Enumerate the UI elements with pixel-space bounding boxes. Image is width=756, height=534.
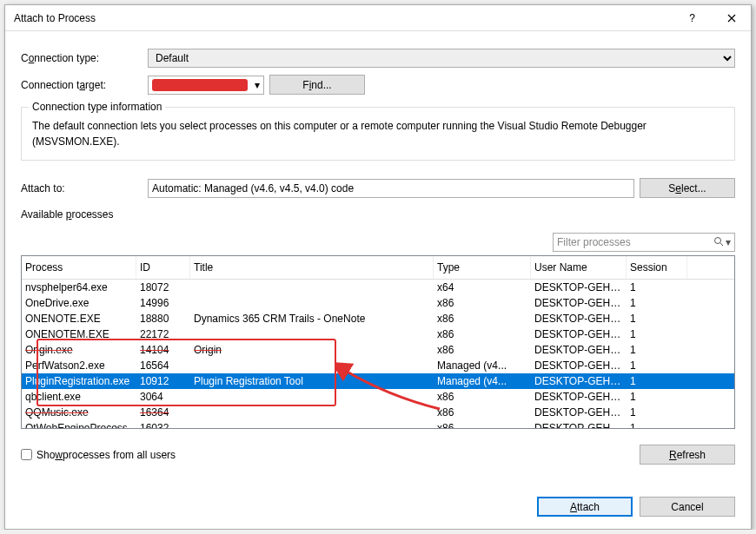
table-row[interactable]: OneDrive.exe14996x86DESKTOP-GEHKOM1...1 xyxy=(22,295,734,311)
cell-session: 1 xyxy=(627,375,687,387)
process-table: Process ID Title Type User Name Session … xyxy=(21,255,735,429)
cell-user: DESKTOP-GEHKOM1 xyxy=(531,422,627,429)
cell-user: DESKTOP-GEHKOM1... xyxy=(531,281,627,293)
connection-target-label: Connection target: xyxy=(21,79,143,91)
cell-process: ONENOTE.EXE xyxy=(22,313,136,325)
cell-type: x86 xyxy=(434,422,531,429)
table-row[interactable]: Origin.exe14104Originx86DESKTOP-GEHKOM1.… xyxy=(22,342,734,358)
cell-session: 1 xyxy=(627,313,687,325)
dialog-buttons: Attach Cancel xyxy=(21,481,735,517)
cell-type: x86 xyxy=(434,344,531,356)
cell-process: qbclient.exe xyxy=(22,391,136,403)
cell-process: PerfWatson2.exe xyxy=(22,359,136,372)
filter-processes-box[interactable]: ▾ xyxy=(553,233,735,252)
connection-type-info-text: The default connection lets you select p… xyxy=(32,118,724,149)
filter-dropdown-icon[interactable]: ▾ xyxy=(726,236,731,248)
chevron-down-icon: ▾ xyxy=(255,79,260,91)
cell-id: 18072 xyxy=(136,281,190,293)
cell-title: Plugin Registration Tool xyxy=(190,375,434,387)
show-all-users-checkbox[interactable] xyxy=(21,449,32,460)
connection-type-label: Connection type: xyxy=(21,52,143,64)
cell-type: x64 xyxy=(434,281,531,293)
connection-target-redacted xyxy=(152,79,248,91)
cancel-button[interactable]: Cancel xyxy=(640,497,735,517)
cell-user: DESKTOP-GEHKOM1... xyxy=(531,297,627,309)
col-username[interactable]: User Name xyxy=(531,256,627,279)
cell-type: x86 xyxy=(434,313,531,325)
titlebar: Attach to Process ? xyxy=(5,5,751,31)
cell-id: 14996 xyxy=(136,297,190,309)
cell-type: Managed (v4... xyxy=(434,375,531,387)
cell-process: ONENOTEM.EXE xyxy=(22,328,136,340)
table-row[interactable]: ONENOTE.EXE18880Dynamics 365 CRM Trails … xyxy=(22,311,734,326)
cell-process: QQMusic.exe xyxy=(22,406,136,419)
cell-user: DESKTOP-GEHKOM1... xyxy=(531,359,627,372)
filter-processes-input[interactable] xyxy=(557,236,713,248)
col-type[interactable]: Type xyxy=(434,256,531,279)
cell-process: nvsphelper64.exe xyxy=(22,281,136,293)
cell-session: 1 xyxy=(627,422,687,429)
cell-type: x86 xyxy=(434,297,531,309)
cell-title: Origin xyxy=(190,344,434,356)
connection-target-combo[interactable]: ▾ xyxy=(148,76,264,95)
cell-id: 16364 xyxy=(136,406,190,419)
cell-process: OneDrive.exe xyxy=(22,297,136,309)
close-button[interactable] xyxy=(712,5,751,31)
attach-to-field[interactable] xyxy=(148,179,634,198)
table-row[interactable]: QQMusic.exe16364x86DESKTOP-GEHKOM1...1 xyxy=(22,405,734,420)
cell-session: 1 xyxy=(627,328,687,340)
group-title: Connection type information xyxy=(29,101,165,113)
col-id[interactable]: ID xyxy=(136,256,190,279)
col-session[interactable]: Session xyxy=(627,256,687,279)
table-row[interactable]: ONENOTEM.EXE22172x86DESKTOP-GEHKOM1...1 xyxy=(22,326,734,342)
close-icon xyxy=(727,14,736,23)
cell-type: x86 xyxy=(434,391,531,403)
cell-session: 1 xyxy=(627,406,687,419)
select-button[interactable]: Select... xyxy=(640,178,735,198)
connection-type-select[interactable]: Default xyxy=(148,49,735,68)
cell-session: 1 xyxy=(627,359,687,372)
cell-user: DESKTOP-GEHKOM1... xyxy=(531,391,627,403)
cell-session: 1 xyxy=(627,281,687,293)
svg-point-0 xyxy=(715,237,721,243)
find-button[interactable]: Find... xyxy=(269,75,365,95)
cell-type: x86 xyxy=(434,328,531,340)
cell-session: 1 xyxy=(627,391,687,403)
search-icon[interactable] xyxy=(713,236,724,249)
cell-session: 1 xyxy=(627,344,687,356)
dialog-content: Connection type: Default Connection targ… xyxy=(5,31,751,529)
show-all-users-label[interactable]: Show processes from all users xyxy=(21,449,176,461)
table-row[interactable]: PluginRegistration.exe10912Plugin Regist… xyxy=(22,373,734,389)
cell-title: Dynamics 365 CRM Trails - OneNote xyxy=(190,313,434,325)
attach-button[interactable]: Attach xyxy=(537,497,633,517)
cell-user: DESKTOP-GEHKOM1... xyxy=(531,375,627,387)
table-row[interactable]: nvsphelper64.exe18072x64DESKTOP-GEHKOM1.… xyxy=(22,280,734,295)
table-row[interactable]: qbclient.exe3064x86DESKTOP-GEHKOM1...1 xyxy=(22,389,734,405)
attach-to-label: Attach to: xyxy=(21,182,143,194)
cell-type: x86 xyxy=(434,406,531,419)
cell-session: 1 xyxy=(627,297,687,309)
cell-id: 22172 xyxy=(136,328,190,340)
window-title: Attach to Process xyxy=(14,12,673,24)
table-row[interactable]: QtWebEngineProcess16032x86DESKTOP-GEHKOM… xyxy=(22,420,734,429)
cell-process: QtWebEngineProcess xyxy=(22,422,136,429)
cell-id: 18880 xyxy=(136,313,190,325)
cell-user: DESKTOP-GEHKOM1... xyxy=(531,328,627,340)
cell-id: 3064 xyxy=(136,391,190,403)
col-process[interactable]: Process xyxy=(22,256,136,279)
col-title[interactable]: Title xyxy=(190,256,434,279)
help-button[interactable]: ? xyxy=(673,5,712,31)
table-header: Process ID Title Type User Name Session xyxy=(22,256,734,280)
cell-process: Origin.exe xyxy=(22,344,136,356)
cell-type: Managed (v4... xyxy=(434,359,531,372)
attach-to-process-dialog: Attach to Process ? Connection type: Def… xyxy=(4,4,752,530)
table-row[interactable]: PerfWatson2.exe16564Managed (v4...DESKTO… xyxy=(22,358,734,373)
cell-id: 14104 xyxy=(136,344,190,356)
cell-user: DESKTOP-GEHKOM1... xyxy=(531,313,627,325)
refresh-button[interactable]: Refresh xyxy=(640,445,735,465)
cell-process: PluginRegistration.exe xyxy=(22,375,136,387)
connection-type-info-group: Connection type information The default … xyxy=(21,107,735,161)
cell-user: DESKTOP-GEHKOM1... xyxy=(531,406,627,419)
cell-id: 16032 xyxy=(136,422,190,429)
table-body[interactable]: nvsphelper64.exe18072x64DESKTOP-GEHKOM1.… xyxy=(22,280,734,429)
